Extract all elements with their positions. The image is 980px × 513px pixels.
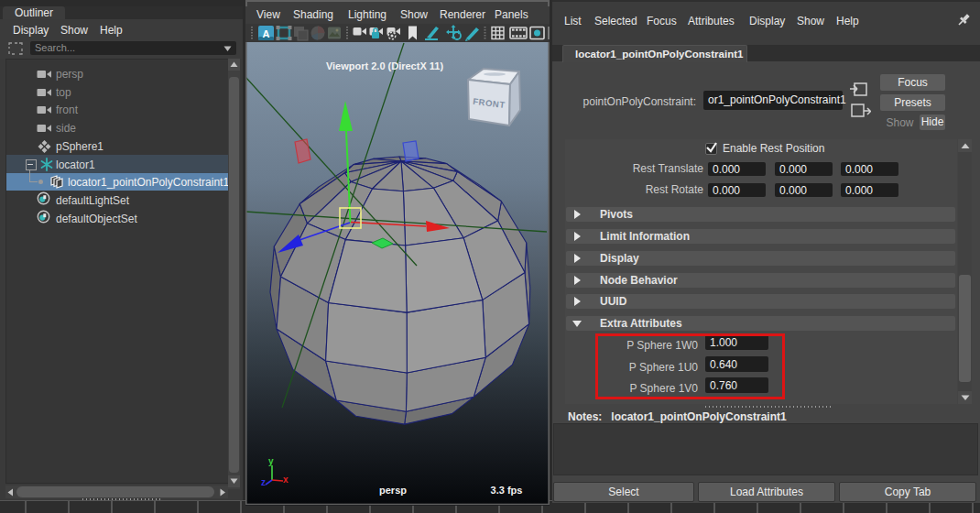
svg-text:Viewport 2.0 (DirectX 11): Viewport 2.0 (DirectX 11) (326, 60, 444, 71)
svg-text:3.3 fps: 3.3 fps (491, 485, 523, 496)
svg-text:z: z (261, 477, 266, 487)
svg-text:y: y (268, 456, 274, 466)
svg-text:persp: persp (379, 485, 407, 496)
svg-text:A: A (263, 28, 270, 39)
svg-text:x: x (283, 475, 289, 485)
